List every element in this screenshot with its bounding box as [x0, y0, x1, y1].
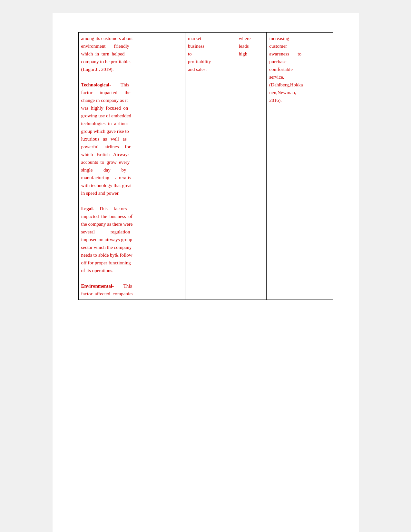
legal-label: Legal-	[81, 206, 94, 211]
cell-col4: increasing customer awareness to purchas…	[267, 33, 333, 300]
technological-label: Technological-	[81, 82, 111, 87]
col4-text: increasing customer awareness to purchas…	[269, 36, 303, 103]
main-table: among its customers about environment fr…	[78, 32, 333, 300]
environmental-label: Environmental-	[81, 283, 114, 289]
table-row: among its customers about environment fr…	[78, 33, 333, 300]
col3-text: where leads high	[239, 36, 251, 56]
col1-text: among its customers about environment fr…	[81, 36, 133, 296]
cell-col3: where leads high	[236, 33, 267, 300]
cell-col1: among its customers about environment fr…	[78, 33, 185, 300]
col2-text: market business to profitability and sal…	[188, 36, 211, 72]
cell-col2: market business to profitability and sal…	[185, 33, 236, 300]
page: among its customers about environment fr…	[53, 13, 359, 532]
